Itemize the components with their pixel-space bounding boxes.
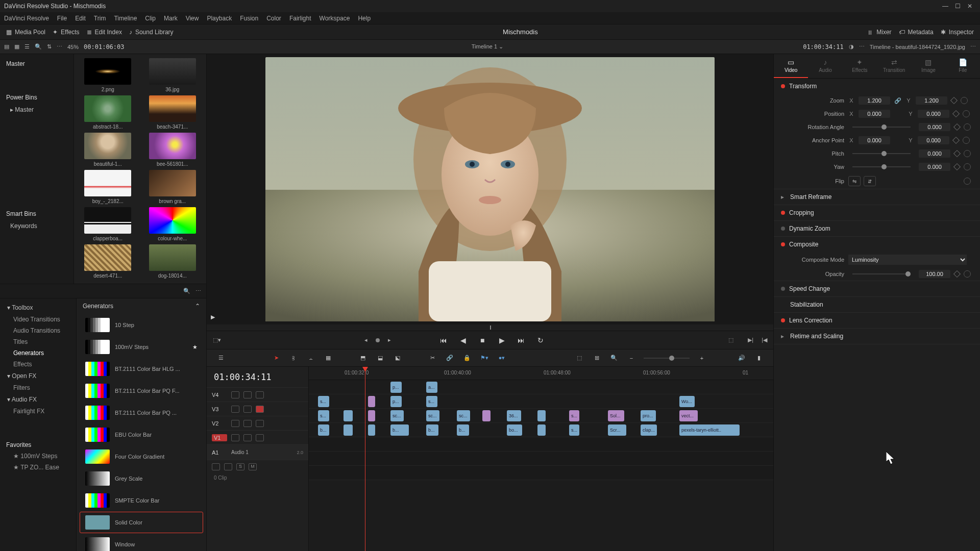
loop-button[interactable]: ↻ xyxy=(535,335,546,346)
media-thumb[interactable]: dog-18014... xyxy=(143,244,203,279)
transform-section[interactable]: Transform xyxy=(774,79,980,94)
fx-audiofx[interactable]: ▾ Audio FX xyxy=(0,393,76,406)
track-row[interactable]: s...sc...sc...sc...36...s...Sol...pro...… xyxy=(309,409,773,423)
timeline-clip[interactable]: bo... xyxy=(507,424,522,436)
menu-fusion[interactable]: Fusion xyxy=(240,15,258,22)
bin-keywords[interactable]: Keywords xyxy=(0,220,74,232)
fx-audio-transitions[interactable]: Audio Transitions xyxy=(0,325,76,336)
audio-meter-icon[interactable]: ▮ xyxy=(754,353,764,363)
media-thumb[interactable]: desert-471... xyxy=(78,244,138,279)
fx-fav-1[interactable]: ★ 100mV Steps xyxy=(0,450,76,462)
viewer-zoom[interactable]: 45% xyxy=(67,44,79,50)
menu-trim[interactable]: Trim xyxy=(94,15,106,22)
bypass-icon[interactable]: ◑ xyxy=(849,43,854,50)
track-auto[interactable] xyxy=(243,420,252,427)
media-thumb[interactable]: 2.png xyxy=(78,58,138,92)
track-lock[interactable] xyxy=(231,420,239,427)
generator-item[interactable]: 10 Step xyxy=(80,314,203,336)
timeline-clip[interactable] xyxy=(344,410,353,421)
anchor-y[interactable]: 0.000 xyxy=(918,136,949,144)
track-id[interactable]: V2 xyxy=(212,420,227,427)
track-row[interactable]: s...p...s...Wo... xyxy=(309,394,773,409)
link-icon[interactable]: 🔗 xyxy=(445,353,455,363)
menu-color[interactable]: Color xyxy=(266,15,281,22)
track-id[interactable]: V3 xyxy=(212,406,227,412)
timeline-clip[interactable]: s... xyxy=(318,410,329,421)
zoom-x[interactable]: 1.200 xyxy=(859,96,890,105)
menu-file[interactable]: File xyxy=(57,15,67,22)
track-lock[interactable] xyxy=(231,406,239,413)
menu-davinci-resolve[interactable]: DaVinci Resolve xyxy=(4,15,49,22)
timeline-clip[interactable]: pro... xyxy=(641,410,656,421)
menu-mark[interactable]: Mark xyxy=(164,15,178,22)
flip-h[interactable]: ⇋ xyxy=(848,176,861,186)
collapse-icon[interactable]: ⌃ xyxy=(195,303,200,310)
track-lock[interactable] xyxy=(231,391,239,398)
menu-playback[interactable]: Playback xyxy=(207,15,232,22)
fx-filters[interactable]: Filters xyxy=(0,382,76,393)
smart-reframe-section[interactable]: ▸Smart Reframe xyxy=(774,189,980,205)
goto-start-button[interactable]: ⏮ xyxy=(438,335,449,346)
generator-item[interactable]: Grey Scale xyxy=(80,468,203,489)
prev-clip-icon[interactable]: |◀ xyxy=(762,337,767,343)
metadata-toggle[interactable]: 🏷Metadata xyxy=(899,29,934,36)
timeline-clip[interactable] xyxy=(537,410,546,421)
track-row[interactable]: p...a... xyxy=(309,380,773,394)
media-thumb[interactable]: bee-561801... xyxy=(143,133,203,167)
play-button[interactable]: ▶ xyxy=(496,335,507,346)
menu-clip[interactable]: Clip xyxy=(145,15,156,22)
track-disable[interactable] xyxy=(256,391,264,398)
audio-solo[interactable]: S xyxy=(236,463,244,470)
audio-track-id[interactable]: A1 xyxy=(212,449,227,456)
chevron-down-icon[interactable]: ⌄ xyxy=(499,43,503,49)
favorite-star-icon[interactable]: ★ xyxy=(192,344,198,350)
track-auto[interactable] xyxy=(243,406,252,413)
lens-correction-section[interactable]: Lens Correction xyxy=(774,313,980,328)
step-back-button[interactable]: ◀ xyxy=(457,335,469,346)
timeline-clip[interactable]: a... xyxy=(426,382,437,393)
viewer-image[interactable] xyxy=(265,57,715,321)
timeline-clip[interactable]: b... xyxy=(390,424,409,436)
fx-toolbox[interactable]: ▾ Toolbox xyxy=(0,302,76,314)
zoom-full-icon[interactable]: ⬚ xyxy=(574,353,584,363)
timeline-clip[interactable]: p... xyxy=(390,382,402,393)
zoom-custom-icon[interactable]: 🔍 xyxy=(609,353,619,363)
audio-mute[interactable]: M xyxy=(249,463,257,470)
media-thumb[interactable]: colour-whe... xyxy=(143,207,203,241)
current-tc[interactable]: 01:00:34:11 xyxy=(803,43,843,51)
generator-item[interactable]: BT.2111 Color Bar PQ ... xyxy=(80,402,203,423)
media-thumb[interactable]: clapperboa... xyxy=(78,207,138,241)
sort-icon[interactable]: ⇅ xyxy=(47,43,52,50)
generator-item[interactable]: 100mV Steps★ xyxy=(80,336,203,358)
close-button[interactable]: ✕ xyxy=(964,3,976,10)
timeline-clip[interactable]: s... xyxy=(569,410,579,421)
composite-mode-select[interactable]: Luminosity xyxy=(848,255,967,265)
timeline-clip[interactable]: b... xyxy=(457,424,469,436)
timeline-name[interactable]: Timeline 1 xyxy=(472,43,497,49)
composite-section[interactable]: Composite xyxy=(774,237,980,252)
timeline-clip[interactable] xyxy=(344,424,353,436)
yaw-val[interactable]: 0.000 xyxy=(919,163,950,171)
match-frame-icon[interactable]: ⬚ xyxy=(728,337,733,343)
prev-edit-icon[interactable]: ◂ xyxy=(364,337,368,343)
minimize-button[interactable]: — xyxy=(939,3,951,10)
rotation-slider[interactable] xyxy=(852,127,911,128)
menu-edit[interactable]: Edit xyxy=(75,15,86,22)
inspector-tab-file[interactable]: 📄File xyxy=(946,54,980,78)
menu-workspace[interactable]: Workspace xyxy=(320,15,350,22)
blade-edit-icon[interactable]: ✂ xyxy=(427,353,437,363)
replace-icon[interactable]: ⬕ xyxy=(393,353,403,363)
next-clip-icon[interactable]: ▶| xyxy=(748,337,753,343)
stabilization-section[interactable]: ▸Stabilization xyxy=(774,297,980,312)
media-thumb[interactable]: brown gra... xyxy=(143,170,203,204)
opacity-val[interactable]: 100.00 xyxy=(919,270,950,278)
zoom-detail-icon[interactable]: ⊞ xyxy=(592,353,602,363)
audio-auto[interactable] xyxy=(224,463,232,470)
generator-item[interactable]: BT.2111 Color Bar PQ F... xyxy=(80,380,203,402)
track-id[interactable]: V4 xyxy=(212,392,227,398)
fx-fairlight[interactable]: Fairlight FX xyxy=(0,406,76,417)
fx-video-transitions[interactable]: Video Transitions xyxy=(0,314,76,325)
timeline-clip[interactable]: Scr... xyxy=(608,424,626,436)
generator-item[interactable]: Four Color Gradient xyxy=(80,446,203,467)
search-icon[interactable]: 🔍 xyxy=(35,43,42,50)
